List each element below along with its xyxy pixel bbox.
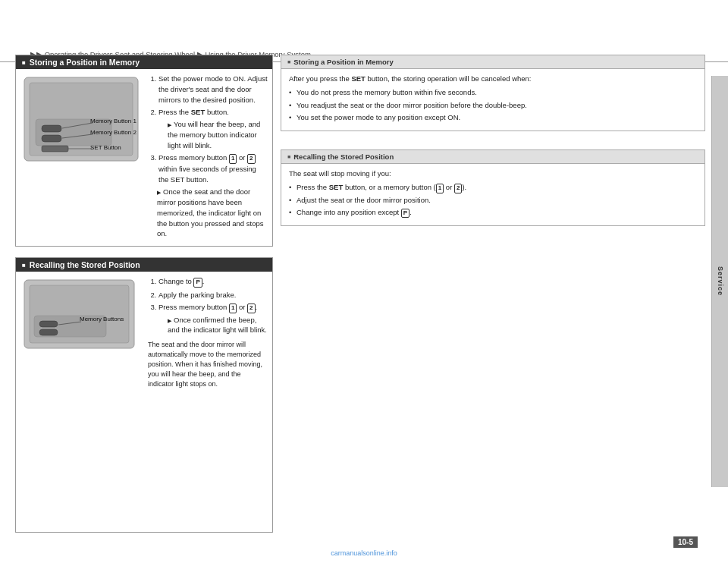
right-column: Storing a Position in Memory After you p… (281, 55, 705, 533)
recalling-info-list: Press the SET button, or a memory button… (289, 182, 697, 218)
svg-rect-4 (42, 135, 61, 142)
recalling-body-text: The seat and the door mirror will automa… (148, 340, 268, 389)
storing-info-intro: After you press the SET button, the stor… (289, 74, 697, 84)
recalling-section-header: Recalling the Stored Position (16, 258, 272, 272)
storing-instructions: Set the power mode to ON. Adjust the dri… (148, 74, 268, 241)
main-content: Storing a Position in Memory (15, 55, 705, 533)
left-column: Storing a Position in Memory (15, 55, 273, 533)
svg-rect-5 (42, 146, 68, 152)
recalling-info-body: The seat will stop moving if you: Press … (281, 164, 704, 225)
storing-info-box: Storing a Position in Memory After you p… (281, 55, 705, 131)
storing-step-2: Press the SET button. You will hear the … (158, 107, 268, 150)
storing-info-header: Storing a Position in Memory (281, 55, 704, 69)
storing-step-4: Once the seat and the door mirror positi… (148, 187, 268, 239)
two-col-layout: Storing a Position in Memory (15, 55, 705, 533)
svg-rect-3 (42, 125, 61, 132)
storing-image-wrapper: Memory Button 1 Memory Button 2 SET Butt… (20, 74, 142, 241)
storing-step-1: Set the power mode to ON. Adjust the dri… (158, 74, 268, 105)
recalling-instructions: Change to P. Apply the parking brake. Pr… (148, 276, 268, 389)
storing-section-header: Storing a Position in Memory (16, 55, 272, 69)
storing-info-item-3: You set the power mode to any position e… (289, 112, 697, 123)
recalling-image-wrapper: Memory Buttons (20, 276, 142, 389)
storing-info-list: You do not press the memory button withi… (289, 87, 697, 123)
recalling-info-item-1: Press the SET button, or a memory button… (289, 182, 697, 193)
recall-door-svg (20, 276, 138, 352)
storing-body: Memory Button 1 Memory Button 2 SET Butt… (16, 69, 272, 246)
recalling-step-1: Change to P. (158, 276, 268, 287)
page-number: 10-5 (673, 536, 698, 548)
recalling-info-item-2: Adjust the seat or the door mirror posit… (289, 195, 697, 206)
svg-rect-13 (39, 329, 58, 335)
spacer (281, 137, 705, 143)
label-memory-button-1: Memory Button 1 (90, 118, 136, 124)
storing-info-body: After you press the SET button, the stor… (281, 69, 704, 131)
recalling-info-intro: The seat will stop moving if you: (289, 168, 697, 179)
sidebar-tab: Service (711, 76, 728, 487)
watermark: carmanualsonline.info (331, 549, 397, 557)
label-memory-buttons: Memory Buttons (80, 316, 124, 322)
recalling-info-box: Recalling the Stored Position The seat w… (281, 149, 705, 226)
recalling-section: Recalling the Stored Position (15, 257, 273, 533)
label-set-button: SET Button (90, 144, 121, 151)
recalling-step-2: Apply the parking brake. (158, 290, 268, 300)
storing-info-item-2: You readjust the seat or the door mirror… (289, 100, 697, 111)
storing-info-item-1: You do not press the memory button withi… (289, 87, 697, 98)
recalling-info-item-3: Change into any position except P. (289, 207, 697, 218)
storing-step-3: Press memory button 1 or 2 within five s… (158, 153, 268, 184)
recalling-body: Memory Buttons Change to P. Apply the pa… (16, 272, 272, 394)
recalling-info-header: Recalling the Stored Position (281, 150, 704, 164)
svg-rect-12 (39, 321, 58, 327)
storing-section: Storing a Position in Memory (15, 55, 273, 247)
label-memory-button-2: Memory Button 2 (90, 129, 136, 136)
recalling-step-3: Press memory button 1 or 2. Once confirm… (158, 302, 268, 335)
